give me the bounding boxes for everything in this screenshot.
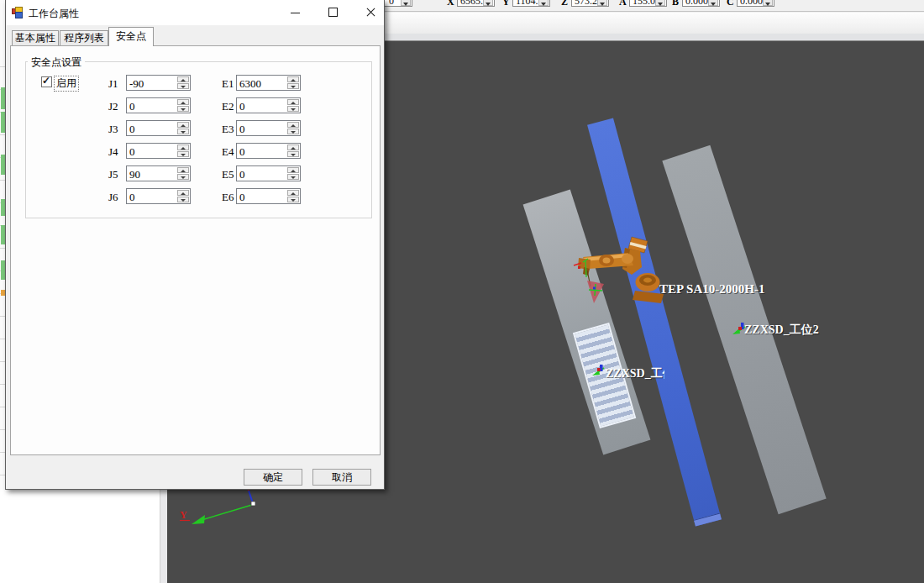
dialog-titlebar[interactable]: 工作台属性 (6, 0, 384, 25)
station1-label: ZZXSD_工位 (606, 366, 664, 381)
coord-value-x: 6565. (460, 0, 483, 5)
workbench-properties-dialog: 工作台属性 基本属性 程序列表 安全点 安全点设置 ✓ 启用 J1 -90 E1… (5, 0, 385, 490)
spin-down-icon[interactable] (177, 129, 189, 134)
spin-up-icon[interactable] (287, 122, 299, 128)
coord-value-z: 573.2 (575, 0, 597, 5)
label-j4: J4 (108, 145, 118, 159)
tab-basic-properties[interactable]: 基本属性 (12, 30, 59, 46)
spinner-j1[interactable]: -90 (126, 75, 191, 91)
station2-label: ZZXSD_工位2 (744, 323, 819, 338)
spinner-e3[interactable]: 0 (236, 120, 301, 136)
coord-value-y: 1104. (516, 0, 538, 5)
robot-arm[interactable] (578, 237, 664, 303)
spin-down-icon[interactable] (287, 174, 299, 180)
dropdown-arrow-icon[interactable] (655, 0, 665, 6)
minimize-button[interactable] (282, 0, 307, 25)
coord-label-x: X (447, 0, 454, 8)
dropdown-arrow-icon[interactable] (763, 0, 773, 6)
station1-marker (592, 365, 604, 376)
robot-name-label: TEP SA10-2000H-1 (659, 282, 764, 297)
label-j2: J2 (108, 100, 118, 113)
spinner-j5[interactable]: 90 (126, 165, 191, 181)
spinner-j2[interactable]: 0 (126, 97, 191, 113)
tab-program-list[interactable]: 程序列表 (60, 30, 108, 46)
spin-up-icon[interactable] (177, 99, 189, 105)
coord-input-a[interactable]: 155.0 (629, 0, 667, 7)
dropdown-arrow-icon[interactable] (483, 0, 493, 6)
spin-down-icon[interactable] (287, 151, 299, 157)
spin-up-icon[interactable] (177, 144, 189, 150)
dialog-title: 工作台属性 (29, 7, 79, 21)
label-e3: E3 (222, 123, 234, 136)
spin-up-icon[interactable] (177, 167, 189, 173)
spin-down-icon[interactable] (177, 83, 189, 89)
groupbox-title: 安全点设置 (28, 55, 85, 70)
spinner-e4[interactable]: 0 (236, 143, 301, 159)
spin-up-icon[interactable] (287, 99, 299, 105)
spin-up-icon[interactable] (287, 190, 299, 196)
coord-input-x[interactable]: 6565. (457, 0, 495, 7)
safe-point-tab-page: 安全点设置 ✓ 启用 J1 -90 E1 6300 J2 0 E2 0 J3 0… (10, 45, 381, 455)
dropdown-arrow-icon[interactable] (538, 0, 549, 6)
spin-up-icon[interactable] (177, 122, 189, 128)
coord-label-z: Z (561, 0, 568, 8)
coord-label-b: B (672, 0, 679, 8)
label-e2: E2 (222, 100, 234, 113)
coord-input-z[interactable]: 573.2 (571, 0, 609, 7)
label-e6: E6 (222, 191, 234, 204)
coord-label-y: Y (502, 0, 510, 8)
coord-value-c: 0.000 (740, 0, 763, 5)
coord-value-a: 155.0 (633, 0, 655, 5)
maximize-button[interactable] (320, 0, 345, 25)
enable-checkbox-label[interactable]: 启用 (54, 76, 79, 92)
spin-up-icon[interactable] (177, 76, 189, 82)
label-j6: J6 (108, 191, 118, 204)
close-button[interactable] (358, 0, 383, 25)
spinner-j4[interactable]: 0 (126, 143, 191, 159)
world-axis-indicator: Y (180, 486, 255, 524)
spin-down-icon[interactable] (177, 174, 189, 180)
coord-label-c: C (727, 0, 734, 8)
coord-label-a: A (619, 0, 627, 8)
cancel-button[interactable]: 取消 (312, 469, 371, 486)
app-root: { "dialog": { "title": "工作台属性", "tabs": … (0, 0, 924, 583)
partial-spinner-value: 0 (389, 0, 394, 5)
coord-input-c[interactable]: 0.000 (737, 0, 774, 7)
spinner-e1[interactable]: 6300 (236, 75, 301, 91)
dropdown-arrow-icon[interactable] (597, 0, 607, 6)
dropdown-arrow-icon[interactable] (708, 0, 718, 6)
spin-down-icon[interactable] (287, 83, 299, 89)
spin-down-icon[interactable] (287, 129, 299, 134)
dialog-icon (12, 7, 24, 18)
spinner-e2[interactable]: 0 (236, 97, 301, 113)
spinner-j6[interactable]: 0 (126, 188, 191, 204)
coord-input-y[interactable]: 1104. (512, 0, 550, 7)
enable-checkbox[interactable]: ✓ (41, 76, 52, 87)
axis-y-label: Y (180, 509, 187, 521)
spin-down-icon[interactable] (177, 151, 189, 157)
spin-down-icon[interactable] (177, 106, 189, 112)
label-e1: E1 (222, 77, 234, 91)
ok-button[interactable]: 确定 (244, 469, 302, 486)
label-e4: E4 (222, 145, 234, 159)
label-j3: J3 (108, 123, 118, 136)
station2-marker (732, 323, 745, 334)
tab-safe-point[interactable]: 安全点 (108, 27, 154, 46)
spin-down-icon[interactable] (177, 197, 189, 202)
left-panel-bottom (0, 490, 160, 583)
spinner-e6[interactable]: 0 (236, 188, 301, 204)
spinner-j3[interactable]: 0 (126, 120, 191, 136)
label-e5: E5 (222, 168, 234, 181)
spin-down-icon[interactable] (287, 197, 299, 202)
spin-up-icon[interactable] (287, 167, 299, 173)
spinner-e5[interactable]: 0 (236, 165, 301, 181)
vertical-scrollbar[interactable] (160, 490, 167, 583)
spin-down-icon[interactable] (287, 106, 299, 112)
spin-up-icon[interactable] (177, 190, 189, 196)
spin-up-icon[interactable] (287, 76, 299, 82)
dropdown-arrow-icon[interactable] (401, 0, 411, 6)
label-j5: J5 (108, 168, 118, 181)
coord-value-b: 0.000 (685, 0, 708, 5)
coord-input-b[interactable]: 0.000 (682, 0, 720, 7)
spin-up-icon[interactable] (287, 144, 299, 150)
